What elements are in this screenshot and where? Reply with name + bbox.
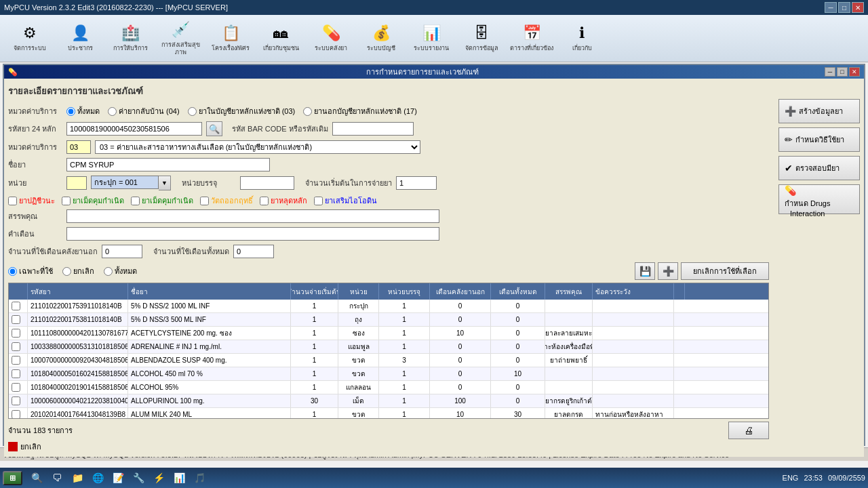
toolbar-item-community[interactable]: 🏘 เกี่ยวกับชุมชน — [256, 18, 305, 60]
checkbox-antibiotic-label: ยาปฏิชีวนะ — [19, 195, 55, 207]
row-id-0: 21101022001753911018140B — [28, 300, 128, 312]
start-button[interactable]: ⊞ — [3, 471, 22, 485]
taskbar-app2-icon[interactable]: 🔧 — [130, 470, 147, 486]
row-unit-0: กระปุก — [338, 300, 379, 312]
checkbox-iodine[interactable]: ยาเสริมไอโอดิน — [314, 195, 377, 207]
unit-combo-input[interactable] — [91, 176, 159, 189]
checkbox-controlled[interactable]: วัตถออกฤทธิ์ — [200, 195, 253, 207]
taskbar-app3-icon[interactable]: ⚡ — [150, 470, 167, 486]
row-note-4: ยาถ่ายพยาธิ์ — [545, 354, 593, 367]
taskbar-app1-icon[interactable]: 📝 — [109, 470, 127, 486]
toolbar-item-health[interactable]: 💉 การส่งเสริมสุขภาพ — [156, 18, 205, 60]
check-drug-label: ตรวจสอบมียา — [795, 162, 840, 174]
checkbox-essential-label: ยาหลุดหลัก — [271, 195, 307, 207]
minimize-button[interactable]: ─ — [825, 2, 837, 13]
taskbar-app5-icon[interactable]: 🎵 — [191, 470, 208, 486]
barcode-input[interactable] — [66, 122, 202, 136]
taskbar-search-icon[interactable]: 🔍 — [28, 470, 45, 486]
row-note-7: ยากรดยูริกเก้าต์ — [545, 394, 593, 407]
create-drug-button[interactable]: ➕ สร้างข้อมูลยา — [778, 99, 860, 123]
note-input[interactable] — [66, 209, 439, 223]
row-unit-4: ขวด — [338, 354, 379, 367]
unit-code-input[interactable] — [66, 176, 87, 190]
window-maximize-button[interactable]: □ — [837, 67, 848, 77]
col-header-remark: ข้อควรระวัง — [593, 283, 674, 300]
service-desc-select[interactable]: 03 = ค่ายาและสารอาหารทางเส้นเลือด (ยาในบ… — [95, 140, 420, 154]
service-code-input[interactable] — [66, 140, 91, 154]
print-button[interactable]: 🖨 — [728, 422, 769, 439]
col-header-unit: หน่วย — [338, 283, 379, 300]
checkbox-contraceptive2[interactable]: ยาเม็ดคุมกำเนิด — [131, 195, 193, 207]
taskbar-cortana-icon[interactable]: 🗨 — [48, 470, 66, 486]
checkbox-contraceptive1-label: ยาเม็ดคุมกำเนิด — [73, 195, 124, 207]
window-minimize-button[interactable]: ─ — [825, 67, 835, 77]
barcode-search-button[interactable]: 🔍 — [206, 121, 222, 136]
save-button[interactable]: 💾 — [635, 262, 655, 280]
col-header-check — [9, 283, 28, 300]
row-month-out-3: 0 — [430, 340, 491, 353]
barcode-alt-input[interactable] — [332, 122, 414, 136]
window-close-button[interactable]: ✕ — [849, 67, 860, 77]
service-group-row: หมวดค่าบริการ ทั้งหมด ค่ายากลับบ้าน (04)… — [8, 105, 769, 117]
drug-name-input[interactable] — [66, 158, 270, 171]
row-month-out-7: 100 — [430, 394, 491, 407]
add-button[interactable]: ➕ — [658, 262, 678, 280]
unit-package-input[interactable] — [240, 176, 294, 190]
unit-combo-dropdown-button[interactable]: ▼ — [159, 176, 171, 190]
toolbar-item-data[interactable]: 🗄 จัดการข้อมูล — [457, 18, 506, 60]
filter-radio-all[interactable]: ทั้งหมด — [104, 265, 137, 277]
checkbox-antibiotic[interactable]: ยาปฏิชีวนะ — [8, 195, 55, 207]
radio-03[interactable]: ยาในบัญชียาหลักแห่งชาติ (03) — [188, 105, 296, 117]
taskbar-app4-icon[interactable]: 📊 — [170, 470, 188, 486]
maximize-button[interactable]: □ — [838, 2, 850, 13]
radio-all[interactable]: ทั้งหมด — [66, 105, 100, 117]
taskbar-file-icon[interactable]: 📁 — [68, 470, 86, 486]
month-all-input[interactable] — [233, 245, 274, 258]
toolbar-item-system[interactable]: ⚙ จัดการระบบ — [5, 18, 54, 60]
row-check-4[interactable] — [9, 354, 28, 367]
cancel-selected-button[interactable]: ยกเลิกการใช้ที่เลือก — [681, 262, 769, 280]
checkbox-essential[interactable]: ยาหลุดหลัก — [260, 195, 307, 207]
row-check-1[interactable] — [9, 313, 28, 326]
toolbar-label-data: จัดการข้อมูล — [465, 45, 498, 52]
toolbar-label-community: เกี่ยวกับชุมชน — [263, 45, 299, 52]
check-drug-button[interactable]: ✔ ตรวจสอบมียา — [778, 156, 860, 180]
row-month-all-5: 10 — [491, 367, 545, 380]
dispense-qty-input[interactable] — [396, 176, 437, 190]
row-month-out-5: 0 — [430, 367, 491, 380]
toolbar-item-service[interactable]: 🏥 การให้บริการ — [106, 18, 155, 60]
filter-radio-active[interactable]: เฉพาะที่ใช้ — [8, 265, 53, 277]
indication-input[interactable] — [66, 227, 439, 241]
row-unitbj-0: 1 — [379, 300, 430, 312]
toolbar-item-table[interactable]: 📅 ตารางที่เกี่ยวข้อง — [507, 18, 556, 60]
row-id-3: 10033880000005313101818506 — [28, 340, 128, 353]
toolbar-item-report[interactable]: 📊 ระบบรายงาน — [407, 18, 456, 60]
drugs-interaction-button[interactable]: 💊 กำหนด DrugsInteraction — [778, 184, 860, 214]
row-note-5 — [545, 367, 593, 380]
row-unitbj-7: 1 — [379, 394, 430, 407]
month-out-input[interactable] — [102, 245, 142, 258]
radio-04[interactable]: ค่ายากลับบ้าน (04) — [108, 105, 180, 117]
radio-17[interactable]: ยานอกบัญชียาหลักแห่งชาติ (17) — [303, 105, 417, 117]
row-check-0[interactable] — [9, 300, 28, 312]
taskbar-time: 23:53 — [804, 474, 823, 482]
filter-radio-cancel[interactable]: ยกเลิก — [62, 265, 94, 277]
row-check-7[interactable] — [9, 394, 28, 407]
toolbar-item-population[interactable]: 👤 ประชากร — [56, 18, 104, 60]
row-check-3[interactable] — [9, 340, 28, 353]
toolbar-item-about[interactable]: ℹ เกี่ยวกับ — [557, 18, 606, 60]
row-check-5[interactable] — [9, 367, 28, 380]
toolbar-item-drug-store[interactable]: 💊 ระบบคลังยา — [307, 18, 355, 60]
col-header-qty: จำนวนจ่ายเริ่มต้น — [291, 283, 338, 300]
accounting-icon: 💰 — [372, 24, 391, 42]
close-button[interactable]: ✕ — [852, 2, 864, 13]
toolbar-item-accounting[interactable]: 💰 ระบบบัญชี — [357, 18, 406, 60]
checkbox-contraceptive1[interactable]: ยาเม็ดคุมกำเนิด — [62, 195, 124, 207]
row-check-6[interactable] — [9, 381, 28, 394]
toolbar-label-about: เกี่ยวกับ — [572, 45, 592, 52]
row-check-2[interactable] — [9, 327, 28, 340]
taskbar-browser-icon[interactable]: 🌐 — [89, 470, 106, 486]
row-check-8[interactable] — [9, 408, 28, 418]
toolbar-item-project[interactable]: 📋 โครงเรื่อง/พัศร — [206, 18, 255, 60]
set-usage-button[interactable]: ✏ กำหนดวิธีใช้ยา — [778, 127, 860, 152]
